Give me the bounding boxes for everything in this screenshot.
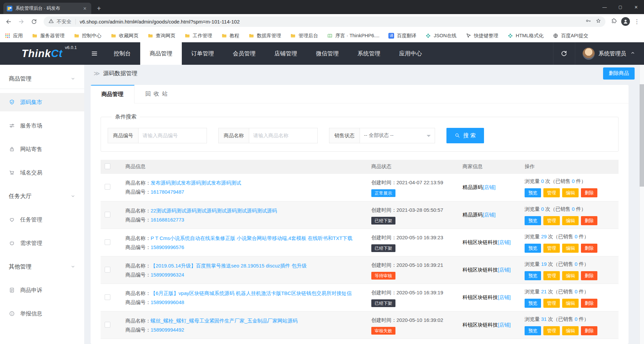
edit-button[interactable]: 编辑 <box>562 244 579 253</box>
manage-button[interactable]: 管理 <box>543 188 560 197</box>
sidebar-toggle-icon[interactable] <box>84 42 104 65</box>
goods-sn-link[interactable]: 161688162773 <box>151 217 184 223</box>
sidebar-group[interactable]: 商品管理 <box>0 69 84 89</box>
back-icon[interactable] <box>3 16 14 27</box>
shop-link[interactable]: [店铺] <box>498 294 511 300</box>
bookmark-item[interactable]: 查询网页 <box>148 33 175 39</box>
sold-count[interactable]: 0 <box>575 316 577 322</box>
sidebar-item[interactable]: 服务市场 <box>0 116 84 135</box>
address-bar[interactable]: 不安全 v6.shop.com/admin.html#/admin/goods/… <box>44 16 605 27</box>
views-count[interactable]: 29 <box>541 234 547 239</box>
views-count[interactable]: 0 <box>541 206 544 212</box>
bookmark-item[interactable]: HTML格式化 <box>507 33 544 39</box>
views-count[interactable]: 0 <box>541 178 544 184</box>
manage-button[interactable]: 管理 <box>543 299 560 308</box>
goods-name-link[interactable]: 【6月正版】vpay区块链商城系统源码 机器人挂机激活卡版TBC区块链钱包交易所… <box>151 290 352 296</box>
password-key-icon[interactable] <box>585 18 591 25</box>
nav-menu-item[interactable]: 会员管理 <box>223 42 265 65</box>
refresh-icon[interactable] <box>553 42 575 65</box>
tab-close-icon[interactable]: ✕ <box>82 5 88 11</box>
goods-name-link[interactable]: P T Cms小说系统自动在线采集修正版 小说聚合网站带移动端,4套模板 在线听… <box>151 235 353 241</box>
sale-status-select[interactable]: -- 全部状态 -- <box>360 128 435 143</box>
bookmark-item[interactable]: 译百度翻译 <box>388 33 416 39</box>
sold-count[interactable]: 0 <box>575 234 577 239</box>
reload-icon[interactable] <box>28 16 40 27</box>
views-count[interactable]: 21 <box>541 289 547 294</box>
goods-name-link[interactable]: 22测试源码测试源码测试源码测试源码测试源码测试源码 <box>151 208 277 213</box>
nav-menu-item[interactable]: 商品管理 <box>140 42 182 65</box>
maximize-button[interactable]: ▢ <box>612 0 628 14</box>
bookmark-item[interactable]: 数据库管理 <box>249 33 281 39</box>
preview-button[interactable]: 预览 <box>525 326 541 335</box>
bookmark-item[interactable]: 教程 <box>221 33 239 39</box>
nav-menu-item[interactable]: 系统管理 <box>348 42 390 65</box>
sidebar-group[interactable]: 其他管理 <box>0 257 84 276</box>
sidebar-item[interactable]: 任务管理 <box>0 210 84 229</box>
extensions-puzzle-icon[interactable] <box>611 18 617 26</box>
delete-button[interactable]: 删除 <box>581 188 597 197</box>
edit-button[interactable]: 编辑 <box>562 326 579 335</box>
manage-button[interactable]: 管理 <box>543 244 560 253</box>
shop-link[interactable]: [店铺] <box>483 212 495 217</box>
edit-button[interactable]: 编辑 <box>562 188 579 197</box>
goods-name-link[interactable]: 发布源码测试发布源码测试发布源码测试 <box>151 180 241 186</box>
goods-sn-input[interactable] <box>138 128 207 143</box>
preview-button[interactable]: 预览 <box>525 188 541 197</box>
bookmark-item[interactable]: 工作管理 <box>184 33 212 39</box>
page-scrollbar[interactable] <box>639 65 644 344</box>
browser-tab[interactable]: 系统管理后台 · 码发布 ✕ <box>3 3 91 14</box>
delete-button[interactable]: 删除 <box>581 299 597 308</box>
bookmark-item[interactable]: 应用 <box>5 33 23 39</box>
row-checkbox[interactable] <box>105 267 110 273</box>
sold-count[interactable]: 0 <box>575 289 577 294</box>
row-checkbox[interactable] <box>105 212 110 217</box>
nav-menu-item[interactable]: 控制台 <box>104 42 140 65</box>
edit-button[interactable]: 编辑 <box>562 216 579 225</box>
bookmark-item[interactable]: 收藏网页 <box>111 33 139 39</box>
sidebar-group[interactable]: 任务大厅 <box>0 187 84 205</box>
delete-button[interactable]: 删除 <box>581 271 597 280</box>
goods-sn-link[interactable]: 161780479487 <box>151 189 184 195</box>
nav-menu-item[interactable]: 微信管理 <box>307 42 348 65</box>
delete-goods-button[interactable]: 删除商品 <box>603 67 635 80</box>
sidebar-item[interactable]: 网站寄售 <box>0 140 84 158</box>
forward-icon[interactable] <box>15 16 27 27</box>
card-tab[interactable]: 商品管理 <box>91 85 135 103</box>
minimize-button[interactable]: — <box>597 0 612 14</box>
manage-button[interactable]: 管理 <box>543 216 560 225</box>
goods-sn-link[interactable]: 158909996576 <box>151 244 184 250</box>
preview-button[interactable]: 预览 <box>525 244 541 253</box>
bookmark-item[interactable]: 服务器管理 <box>32 33 65 39</box>
views-count[interactable]: 31 <box>541 316 547 322</box>
nav-menu-item[interactable]: 店铺管理 <box>265 42 307 65</box>
bookmark-item[interactable]: 百度API提交 <box>553 33 588 39</box>
delete-button[interactable]: 删除 <box>581 216 597 225</box>
sold-count[interactable]: 0 <box>572 206 575 212</box>
nav-menu-item[interactable]: 订单管理 <box>182 42 223 65</box>
shop-link[interactable]: [店铺] <box>498 322 511 328</box>
preview-button[interactable]: 预览 <box>525 216 541 225</box>
preview-button[interactable]: 预览 <box>525 299 541 308</box>
bookmark-item[interactable]: JSON在线 <box>425 33 457 39</box>
row-checkbox[interactable] <box>105 294 110 300</box>
goods-name-link[interactable]: 【2019.05.14升级】百度熊掌号推送seo 28.190515 discu… <box>151 263 307 268</box>
close-button[interactable]: ✕ <box>628 0 644 14</box>
scrollbar-thumb[interactable] <box>640 84 644 187</box>
menu-kebab-icon[interactable]: ⋮ <box>634 18 639 25</box>
search-button[interactable]: 搜 索 <box>446 128 484 143</box>
sold-count[interactable]: 0 <box>575 261 577 267</box>
sidebar-item[interactable]: 举报信息 <box>0 304 84 323</box>
preview-button[interactable]: 预览 <box>525 271 541 280</box>
bookmark-star-icon[interactable] <box>595 18 601 25</box>
delete-button[interactable]: 删除 <box>581 244 597 253</box>
manage-button[interactable]: 管理 <box>543 326 560 335</box>
goods-sn-link[interactable]: 158909996324 <box>151 272 184 278</box>
edit-button[interactable]: 编辑 <box>562 271 579 280</box>
shop-link[interactable]: [店铺] <box>498 267 511 273</box>
sidebar-item[interactable]: 商品申诉 <box>0 281 84 299</box>
sidebar-item[interactable]: 源码集市 <box>0 93 84 111</box>
bookmark-item[interactable]: 快捷键整理 <box>466 33 498 39</box>
row-checkbox[interactable] <box>105 184 110 190</box>
bookmark-item[interactable]: 控制中心 <box>74 33 102 39</box>
delete-button[interactable]: 删除 <box>581 326 597 335</box>
